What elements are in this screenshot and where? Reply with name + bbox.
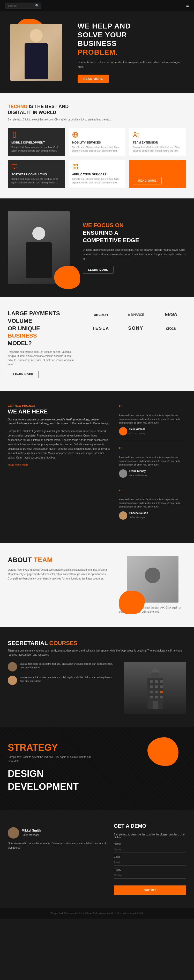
project-badge: GOT NEW PROJECT	[8, 404, 111, 407]
logo-sony: SONY	[120, 323, 151, 333]
submit-button[interactable]: SUBMIT	[114, 885, 186, 895]
service-card-applications[interactable]: Application Services Sample text. Click …	[69, 160, 126, 188]
services-section: TECHNO IS THE BEST AND DIGITAL IT IN WOR…	[0, 93, 194, 199]
service-title-mobile: Mobile Development	[11, 141, 61, 144]
course-text-2: Sample text. Click to select the text bo…	[20, 676, 117, 683]
testimonial-author-3: Phoebe Nelson Sales Manager	[119, 511, 186, 520]
strategy-title-2: DESIGN	[8, 768, 186, 779]
author-title-2: Financial Director	[129, 474, 147, 477]
phone-label: Phone	[114, 869, 186, 871]
email-input[interactable]	[114, 859, 186, 866]
about-section: ABOUT TEAM Quickly incentivize impactful…	[0, 543, 194, 627]
strategy-item-3: DEVELOPMENT	[8, 781, 186, 792]
service-card-mobility[interactable]: Mobility Services Sample text. Click to …	[69, 128, 126, 156]
svg-rect-17	[155, 686, 158, 688]
demo-person-name: Mikkel Smith	[22, 829, 41, 832]
service-desc-team: Sample text. Click to select the text bo…	[133, 146, 183, 153]
project-body: Sample text. Click to Egestas egestas fr…	[8, 429, 111, 460]
testimonial-author-2: Frank Kinney Financial Director	[119, 469, 186, 478]
service-card-readmore[interactable]: READ MORE	[129, 160, 186, 188]
svg-marker-27	[150, 667, 160, 673]
testimonial-3: " Proin sed libero enim sed faucibus tur…	[119, 488, 186, 525]
svg-rect-10	[73, 167, 75, 169]
focus-title: WE FOCUS ON ENSURING A COMPETITIVE EDGE	[83, 222, 186, 244]
courses-section: SECRETARIAL COURSES There are only some …	[0, 627, 194, 727]
services-readmore-button[interactable]: READ MORE	[133, 177, 162, 185]
demo-section: Mikkel Smith Sales Manager Quis viverra …	[0, 810, 194, 908]
team-icon	[133, 132, 140, 139]
footer-text: Sample text. Click to select the text bo…	[50, 912, 144, 915]
focus-title-line2: ENSURING A	[83, 229, 118, 236]
course-text-1: Sample text. Click to select the text bo…	[20, 662, 117, 670]
hero-cta-button[interactable]: READ MORE	[77, 75, 109, 83]
search-input[interactable]	[8, 4, 34, 7]
hamburger-icon[interactable]: ≡	[186, 3, 189, 8]
project-image-caption: Image from Freepik	[8, 463, 111, 467]
focus-content: WE FOCUS ON ENSURING A COMPETITIVE EDGE …	[83, 222, 186, 274]
author-name-2: Frank Kinney	[129, 470, 147, 473]
focus-title-line3: COMPETITIVE EDGE	[83, 237, 139, 243]
service-card-team[interactable]: Team Extension Sample text. Click to sel…	[129, 128, 186, 156]
hero-content: WE HELP AND SOLVE YOUR BUSINESS PROBLEM.…	[67, 22, 184, 83]
phone-input[interactable]	[114, 872, 186, 879]
name-input[interactable]	[114, 846, 186, 853]
focus-cta-button[interactable]: LEARN MORE	[83, 266, 114, 274]
services-grid: Mobile Development Sample text. Click to…	[8, 128, 186, 188]
svg-rect-15	[160, 680, 163, 683]
search-bar[interactable]: 🔍	[5, 3, 41, 9]
about-description: Quickly incentivize impactful action ite…	[8, 568, 111, 581]
course-avatar-1	[8, 662, 17, 671]
partners-title-line1: LARGE PAYMENTS VOLUME	[8, 310, 60, 324]
testimonial-text-2: Proin sed libero enim sed faucibus turpi…	[119, 455, 186, 466]
logo-binance: ◈ BINANCE	[120, 310, 151, 319]
svg-rect-22	[150, 696, 153, 698]
focus-title-line1: WE FOCUS ON	[83, 222, 124, 229]
course-person-1: Sample text. Click to select the text bo…	[8, 662, 117, 671]
svg-rect-18	[160, 686, 163, 688]
service-title-applications: Application Services	[72, 173, 122, 176]
testimonial-text-1: Proin sed libero enim sed faucibus turpi…	[119, 414, 186, 425]
demo-person-row: Mikkel Smith Sales Manager	[8, 827, 106, 838]
logo-amazon: amazon	[85, 310, 116, 319]
partners-cta-button[interactable]: LEARN MORE	[8, 371, 39, 378]
quote-icon-3: "	[119, 488, 186, 496]
author-title-1: CEO Company	[129, 432, 145, 435]
courses-title: SECRETARIAL COURSES	[8, 640, 186, 647]
quote-icon-1: "	[119, 404, 186, 412]
testimonials-area: " Proin sed libero enim sed faucibus tur…	[119, 404, 186, 530]
svg-rect-20	[155, 690, 158, 693]
logos-grid: amazon ◈ BINANCE EVGA TESLA SONY crocs	[85, 310, 186, 333]
strategy-section: STRATEGY Sample text. Click to select th…	[0, 727, 194, 810]
service-card-consulting[interactable]: Software Consulting Sample text. Click t…	[8, 160, 65, 188]
svg-rect-24	[160, 696, 163, 698]
service-card-mobile-dev[interactable]: Mobile Development Sample text. Click to…	[8, 128, 65, 156]
svg-rect-26	[151, 673, 159, 678]
service-title-team: Team Extension	[133, 141, 183, 144]
svg-rect-19	[150, 690, 153, 693]
svg-rect-8	[73, 164, 75, 166]
demo-form-description: Sample text to describe the to solve the…	[114, 833, 186, 839]
mobility-icon	[72, 132, 79, 139]
partners-description: Phasellus sed efficitur dolor, sit ultri…	[8, 350, 75, 367]
courses-photo	[124, 662, 186, 714]
services-description: Sample text. Click to select the text bo…	[8, 118, 186, 122]
svg-point-3	[134, 132, 136, 134]
courses-title-highlight: COURSES	[49, 640, 77, 646]
about-inner: ABOUT TEAM Quickly incentivize impactful…	[8, 556, 186, 614]
name-label: Name	[114, 842, 186, 845]
demo-form-area: GET A DEMO Sample text to describe the t…	[114, 823, 186, 895]
svg-point-4	[137, 133, 138, 134]
svg-rect-21	[160, 690, 163, 693]
courses-people: Sample text. Click to select the text bo…	[8, 662, 117, 714]
testimonial-text-3: Proin sed libero enim sed faucibus turpi…	[119, 498, 186, 509]
mobile-icon	[11, 132, 19, 139]
logo-crocs: crocs	[155, 324, 186, 333]
demo-form-title: GET A DEMO	[114, 823, 186, 829]
demo-body-text: Quis viverra nibh cras pulvinar mattis. …	[8, 841, 106, 850]
orange-blob-about	[119, 591, 145, 614]
author-info-2: Frank Kinney Financial Director	[129, 470, 147, 477]
courses-image-area	[124, 662, 186, 714]
courses-header: SECRETARIAL COURSES There are only some …	[8, 640, 186, 657]
service-title-consulting: Software Consulting	[11, 173, 61, 176]
focus-description: Ut tellus elementum sagittis vitae et le…	[83, 248, 186, 261]
